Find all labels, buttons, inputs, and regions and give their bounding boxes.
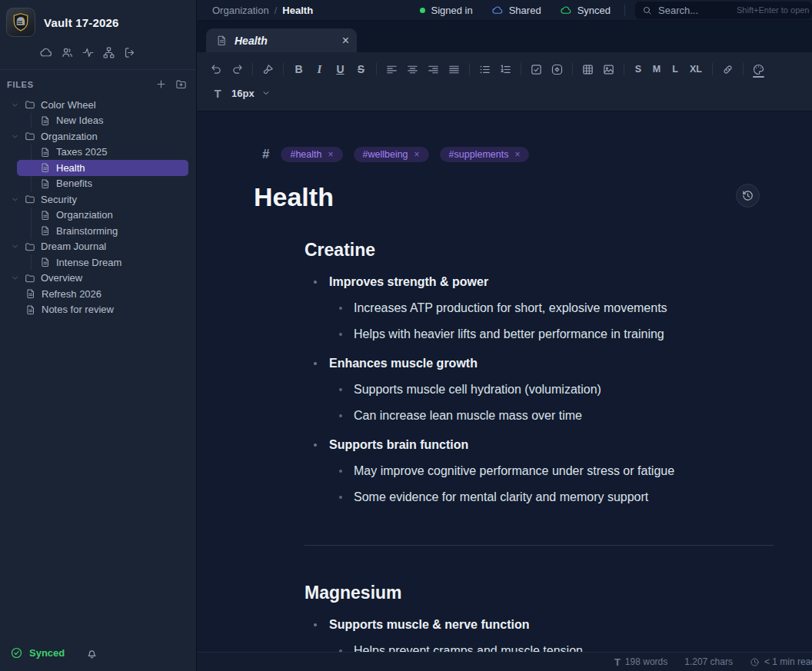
list-subitem[interactable]: Some evidence for mental clarity and mem…	[304, 490, 774, 505]
tree-group: Overview	[0, 271, 196, 287]
section-heading[interactable]: Magnesium	[304, 583, 774, 603]
tree-folder-row[interactable]: Color Wheel	[0, 97, 196, 113]
sign-out-icon[interactable]	[123, 46, 136, 59]
redo-button[interactable]	[227, 59, 248, 79]
tag-pill[interactable]: #supplements×	[440, 147, 530, 162]
strikethrough-button[interactable]: S	[351, 59, 371, 79]
tree-file-row[interactable]: Taxes 2025	[32, 144, 196, 161]
signed-in-badge: Signed in	[420, 5, 472, 16]
cloud-icon[interactable]	[40, 46, 53, 59]
align-center-button[interactable]	[402, 59, 423, 79]
chevron-down-icon[interactable]	[11, 195, 19, 204]
synced-label: Synced	[577, 5, 611, 16]
callout-button[interactable]	[547, 59, 567, 79]
size-l-button[interactable]: L	[666, 59, 684, 79]
hash-icon: #	[262, 147, 269, 162]
font-size-value[interactable]: 16px	[231, 88, 255, 99]
section-heading[interactable]: Creatine	[304, 240, 774, 261]
tree-folder-row[interactable]: Organization	[0, 128, 196, 144]
list-subitem[interactable]: Increases ATP production for short, expl…	[304, 301, 774, 316]
new-folder-icon[interactable]	[175, 78, 187, 90]
link-button[interactable]	[717, 59, 738, 79]
checklist-button[interactable]	[526, 59, 547, 79]
underline-button[interactable]: U	[330, 59, 351, 79]
editor-content: # #health×#wellbeing×#supplements× Healt…	[197, 111, 812, 652]
size-xl-button[interactable]: XL	[684, 59, 707, 79]
tree-file-row[interactable]: Health	[32, 160, 196, 176]
bell-icon[interactable]	[85, 646, 98, 659]
tag-remove-icon[interactable]: ×	[328, 151, 333, 158]
chevron-down-icon[interactable]	[11, 274, 19, 282]
cloud-synced-icon	[561, 5, 572, 16]
users-icon[interactable]	[61, 46, 74, 59]
align-right-button[interactable]	[423, 59, 444, 79]
tree-file-row[interactable]: Brainstorming	[32, 223, 196, 239]
breadcrumb-parent[interactable]: Organization	[212, 5, 269, 16]
list-subitem[interactable]: Helps prevent cramps and muscle tension	[304, 643, 774, 652]
tag-pill[interactable]: #health×	[281, 147, 342, 162]
new-file-icon[interactable]	[155, 78, 167, 90]
align-left-button[interactable]	[381, 59, 402, 79]
file-icon	[25, 304, 36, 315]
chevron-down-icon[interactable]	[11, 101, 19, 109]
list-item[interactable]: Improves strength & power	[304, 274, 774, 290]
tree-file-row[interactable]: Refresh 2026	[0, 286, 196, 302]
tree-file-row[interactable]: Intense Dream	[32, 254, 196, 271]
tab-close-icon[interactable]: ×	[342, 35, 349, 46]
tab-health[interactable]: Health ×	[206, 28, 357, 52]
tag-label: #supplements	[449, 149, 509, 160]
topbar-separator	[624, 5, 625, 16]
chevron-down-icon[interactable]	[11, 132, 19, 141]
align-justify-button[interactable]	[444, 59, 464, 79]
undo-button[interactable]	[206, 59, 227, 79]
size-s-button[interactable]: S	[629, 59, 647, 79]
sidebar-header: Vault 17-2026	[0, 0, 196, 37]
size-m-button[interactable]: M	[647, 59, 666, 79]
tree-folder-row[interactable]: Overview	[0, 271, 196, 287]
list-item[interactable]: Supports muscle & nerve function	[304, 617, 774, 633]
image-button[interactable]	[598, 59, 619, 79]
list-item[interactable]: Enhances muscle growth	[304, 356, 774, 371]
signed-in-label: Signed in	[431, 5, 472, 16]
tree-file-row[interactable]: Organziation	[32, 208, 196, 224]
chevron-down-icon[interactable]	[11, 242, 19, 251]
list-subitem[interactable]: Supports muscle cell hydration (volumiza…	[304, 382, 774, 397]
table-button[interactable]	[577, 59, 598, 79]
undo-icon	[210, 63, 223, 76]
format-painter-button[interactable]	[258, 59, 278, 79]
sitemap-icon[interactable]	[102, 46, 115, 59]
char-count-value: 1.207 chars	[684, 656, 733, 667]
tree-file-row[interactable]: New Ideas	[32, 113, 196, 129]
search-box[interactable]: Shift+Enter to open	[635, 2, 812, 19]
list-item[interactable]: Supports brain function	[304, 437, 774, 453]
folder-icon	[25, 194, 35, 204]
file-icon	[40, 147, 51, 158]
italic-button[interactable]: I	[309, 59, 330, 79]
toolbar-row-1: B I U S S M L	[206, 58, 812, 81]
app-window: Vault 17-2026 FILES Color WheelNew Ideas…	[0, 0, 812, 671]
bullet-list-button[interactable]	[474, 59, 495, 79]
list-subitem[interactable]: Can increase lean muscle mass over time	[304, 408, 774, 424]
tree-file-row[interactable]: Benefits	[32, 176, 196, 192]
chevron-down-icon[interactable]	[261, 88, 271, 98]
numbered-list-button[interactable]	[495, 59, 516, 79]
color-indicator-bar	[753, 76, 764, 78]
version-history-button[interactable]	[736, 184, 760, 208]
text-color-button[interactable]	[748, 59, 769, 79]
breadcrumb-current[interactable]: Health	[282, 5, 313, 16]
tree-folder-label: Security	[41, 194, 77, 205]
list-subitem[interactable]: May improve cognitive performance under …	[304, 463, 774, 479]
tree-folder-row[interactable]: Security	[0, 191, 196, 208]
doc-section: MagnesiumSupports muscle & nerve functio…	[304, 583, 774, 652]
tree-folder-row[interactable]: Dream Journal	[0, 239, 196, 255]
tag-remove-icon[interactable]: ×	[414, 151, 420, 158]
document-title[interactable]: Health	[254, 181, 774, 212]
toolbar-separator	[712, 63, 713, 75]
list-subitem[interactable]: Helps with heavier lifts and better perf…	[304, 327, 774, 342]
bold-button[interactable]: B	[288, 59, 309, 79]
tag-remove-icon[interactable]: ×	[514, 151, 520, 158]
activity-icon[interactable]	[82, 46, 95, 59]
search-input[interactable]	[658, 5, 715, 16]
tag-pill[interactable]: #wellbeing×	[354, 147, 429, 162]
tree-file-row[interactable]: Notes for review	[0, 302, 196, 318]
